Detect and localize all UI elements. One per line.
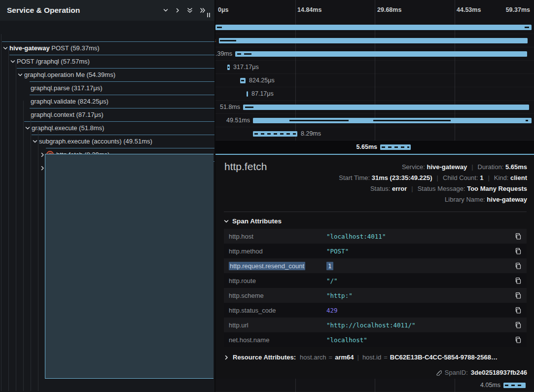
indent-guide bbox=[8, 47, 9, 391]
resource-value: arm64 bbox=[335, 354, 354, 361]
bar-duration-label: 51.8ms bbox=[220, 101, 240, 114]
timeline-tick-label: 29.68ms bbox=[377, 6, 401, 13]
bar-child-mark bbox=[237, 53, 241, 55]
span-tree-row[interactable]: graphql.operation Me (54.39ms) bbox=[0, 68, 214, 81]
copy-icon[interactable] bbox=[515, 248, 522, 254]
span-tree-row[interactable]: hive-gateway POST (59.37ms) bbox=[0, 41, 214, 55]
resource-attributes-values: host.arch=arm64|host.id=BC62E13B-C4CC-58… bbox=[300, 354, 498, 361]
timeline-row[interactable]: 824.25μs bbox=[215, 74, 534, 87]
attribute-row[interactable]: http.status_code429 bbox=[224, 303, 527, 318]
copy-icon[interactable] bbox=[515, 336, 522, 343]
span-duration-bar[interactable] bbox=[380, 144, 411, 150]
span-label: graphql.operation Me (54.39ms) bbox=[24, 68, 115, 81]
chevron-right-icon[interactable] bbox=[40, 166, 45, 171]
attribute-row[interactable]: http.host"localhost:4011" bbox=[224, 229, 527, 244]
span-duration-bar[interactable] bbox=[235, 51, 527, 57]
chevron-down-icon[interactable] bbox=[3, 46, 8, 51]
span-label: graphql.context (87.17μs) bbox=[31, 108, 104, 121]
attribute-value: "localhost:4011" bbox=[326, 233, 515, 240]
copy-icon[interactable] bbox=[515, 321, 522, 328]
attribute-row[interactable]: http.scheme"http:" bbox=[224, 288, 527, 303]
chevron-right-icon[interactable] bbox=[40, 152, 45, 157]
attribute-value: "/" bbox=[326, 277, 515, 285]
attribute-key: http.method bbox=[229, 248, 326, 255]
bar-child-mark bbox=[244, 53, 251, 55]
span-tree-row[interactable]: graphql.context (87.17μs) bbox=[0, 108, 214, 121]
link-icon[interactable] bbox=[435, 369, 442, 376]
attribute-key: http.route bbox=[229, 277, 326, 285]
bar-child-mark bbox=[228, 67, 229, 68]
chevron-down-icon[interactable] bbox=[18, 72, 23, 77]
double-chevron-right-icon[interactable] bbox=[200, 7, 206, 13]
resource-attributes-row[interactable]: Resource Attributes: host.arch=arm64|hos… bbox=[224, 354, 498, 361]
copy-icon[interactable] bbox=[515, 307, 522, 314]
span-label: graphql.validate (824.25μs) bbox=[31, 95, 108, 108]
span-duration-bar[interactable] bbox=[503, 383, 526, 388]
timeline-row[interactable]: 8.29ms bbox=[215, 127, 534, 141]
span-label: graphql.execute (51.8ms) bbox=[32, 121, 104, 135]
span-tree-row[interactable]: subgraph.execute (accounts) (49.51ms) bbox=[0, 135, 214, 148]
span-attributes-title: Span Attributes bbox=[232, 217, 282, 225]
attribute-value: "POST" bbox=[326, 248, 515, 255]
chevron-down-icon[interactable] bbox=[33, 139, 37, 144]
span-label: graphql.parse (317.17μs) bbox=[31, 81, 103, 95]
indent-guide bbox=[16, 61, 16, 391]
attribute-key: http.url bbox=[229, 321, 326, 329]
copy-icon[interactable] bbox=[515, 292, 522, 299]
attribute-row[interactable]: http.url"http://localhost:4011/" bbox=[224, 318, 527, 332]
bar-duration-label: 57.57ms bbox=[215, 34, 216, 47]
span-duration-bar[interactable] bbox=[243, 105, 529, 110]
timeline-row[interactable]: 317.17μs bbox=[215, 61, 534, 74]
meta-value: 1 bbox=[480, 174, 483, 181]
span-label: subgraph.execute (accounts) (49.51ms) bbox=[39, 135, 152, 148]
copy-icon[interactable] bbox=[515, 233, 522, 240]
span-tree-row[interactable]: graphql.validate (824.25μs) bbox=[0, 95, 214, 108]
span-duration-bar[interactable] bbox=[253, 131, 297, 137]
meta-separator: | bbox=[437, 174, 438, 181]
timeline-row[interactable]: 4.05ms bbox=[215, 379, 534, 392]
tree-header: Service & Operation bbox=[0, 0, 214, 21]
timeline-row[interactable]: 49.51ms bbox=[215, 114, 534, 127]
timeline-row[interactable] bbox=[215, 21, 534, 34]
double-chevron-down-icon[interactable] bbox=[187, 7, 193, 13]
span-detail-meta: Service: hive-gateway|Duration: 5.65msSt… bbox=[339, 162, 527, 205]
timeline-row[interactable]: 57.57ms bbox=[215, 34, 534, 47]
panel-resize-grip-icon[interactable] bbox=[207, 13, 210, 17]
attribute-row[interactable]: net.host.name"localhost" bbox=[224, 332, 527, 347]
attribute-row[interactable]: http.request.resend_count1 bbox=[224, 258, 527, 273]
span-duration-bar[interactable] bbox=[247, 91, 248, 97]
meta-label: Duration: bbox=[478, 163, 505, 171]
detail-meta-line: Library Name: hive-gateway bbox=[339, 194, 527, 205]
timeline-row[interactable]: 87.17μs bbox=[215, 87, 534, 101]
span-duration-bar[interactable] bbox=[215, 25, 532, 30]
span-duration-bar[interactable] bbox=[253, 118, 532, 123]
resource-key: host.id bbox=[362, 354, 381, 361]
meta-separator: | bbox=[411, 185, 413, 192]
chevron-down-icon[interactable] bbox=[25, 126, 30, 131]
span-duration-bar[interactable] bbox=[240, 78, 246, 83]
span-duration-bar[interactable] bbox=[219, 38, 528, 43]
chevron-down-icon[interactable] bbox=[163, 8, 168, 13]
bar-duration-label: 87.17μs bbox=[251, 87, 274, 101]
chevron-down-icon[interactable] bbox=[10, 59, 15, 64]
attribute-row[interactable]: http.method"POST" bbox=[224, 244, 527, 258]
attribute-value: 429 bbox=[326, 307, 515, 314]
bar-child-mark bbox=[245, 107, 253, 108]
span-tree-row[interactable]: graphql.parse (317.17μs) bbox=[0, 81, 214, 95]
timeline-row[interactable]: 5.65ms bbox=[215, 141, 534, 154]
span-tree-row[interactable]: graphql.execute (51.8ms) bbox=[0, 121, 214, 135]
timeline-row[interactable]: 54.39ms bbox=[215, 47, 534, 61]
span-id-value: 3de02518937fb246 bbox=[471, 369, 527, 376]
copy-icon[interactable] bbox=[515, 277, 522, 284]
copy-icon[interactable] bbox=[515, 262, 522, 269]
timeline-row[interactable]: 51.8ms bbox=[215, 101, 534, 114]
span-tree-row[interactable]: POST /graphql (57.57ms) bbox=[0, 55, 214, 68]
meta-label: Service: bbox=[402, 163, 427, 171]
bar-child-mark bbox=[241, 80, 244, 81]
chevron-right-icon[interactable] bbox=[175, 8, 180, 13]
attribute-row[interactable]: http.route"/" bbox=[224, 273, 527, 288]
span-attributes-section-header[interactable]: Span Attributes bbox=[224, 217, 282, 225]
bar-duration-label: 4.05ms bbox=[480, 379, 500, 392]
chevron-right-icon bbox=[224, 355, 229, 360]
span-duration-bar[interactable] bbox=[227, 65, 230, 70]
